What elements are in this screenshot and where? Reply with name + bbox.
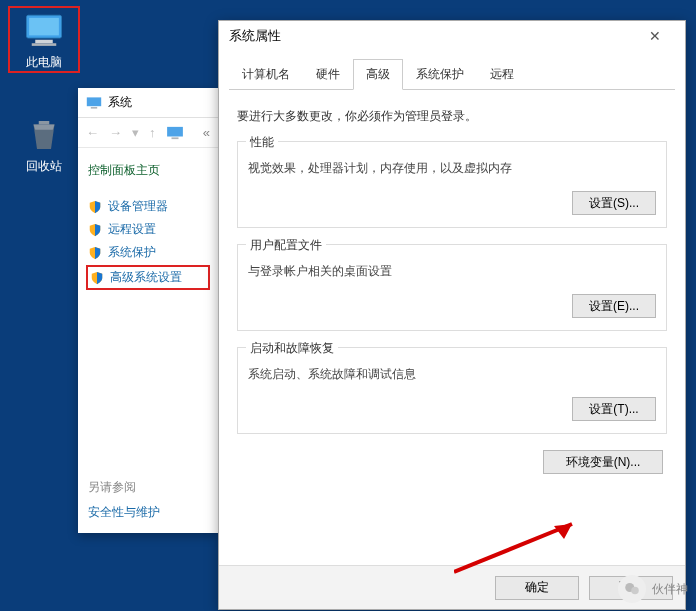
nav-forward-icon[interactable]: → — [109, 125, 122, 140]
system-properties-dialog: 系统属性 ✕ 计算机名 硬件 高级 系统保护 远程 要进行大多数更改，你必须作为… — [218, 20, 686, 610]
recycle-bin-desktop-icon[interactable]: 回收站 — [8, 112, 80, 175]
this-pc-desktop-icon[interactable]: 此电脑 — [8, 6, 80, 73]
system-window-navbar: ← → ▾ ↑ « — [78, 118, 218, 148]
svg-rect-8 — [171, 137, 178, 139]
computer-icon — [166, 126, 184, 140]
system-window-titlebar[interactable]: 系统 — [78, 88, 218, 118]
nav-up-icon[interactable]: ↑ — [149, 125, 156, 140]
shield-icon — [88, 200, 102, 214]
security-maintenance-link[interactable]: 安全性与维护 — [88, 504, 160, 521]
system-control-panel-window: 系统 ← → ▾ ↑ « 控制面板主页 设备管理器 远程设置 系统保护 高级系统… — [78, 88, 218, 533]
wechat-icon — [618, 575, 646, 603]
remote-settings-link[interactable]: 远程设置 — [88, 218, 208, 241]
this-pc-label: 此电脑 — [10, 54, 78, 71]
computer-icon — [23, 12, 65, 50]
user-profiles-legend: 用户配置文件 — [246, 237, 326, 254]
startup-recovery-desc: 系统启动、系统故障和调试信息 — [248, 366, 656, 383]
performance-group: 性能 视觉效果，处理器计划，内存使用，以及虚拟内存 设置(S)... — [237, 141, 667, 228]
tab-system-protection[interactable]: 系统保护 — [403, 59, 477, 89]
watermark: 伙伴神 — [618, 575, 688, 603]
svg-point-12 — [631, 587, 639, 595]
recycle-bin-icon — [23, 116, 65, 154]
svg-rect-6 — [91, 107, 97, 109]
dialog-titlebar[interactable]: 系统属性 ✕ — [219, 21, 685, 51]
control-panel-home-heading[interactable]: 控制面板主页 — [88, 162, 208, 179]
performance-legend: 性能 — [246, 134, 278, 151]
system-window-footer: 另请参阅 安全性与维护 — [88, 479, 160, 521]
system-window-body: 控制面板主页 设备管理器 远程设置 系统保护 高级系统设置 — [78, 148, 218, 305]
admin-note: 要进行大多数更改，你必须作为管理员登录。 — [237, 108, 667, 125]
svg-rect-3 — [32, 43, 57, 46]
nav-recent-icon[interactable]: ▾ — [132, 125, 139, 140]
performance-settings-button[interactable]: 设置(S)... — [572, 191, 656, 215]
svg-rect-1 — [29, 18, 59, 36]
recycle-bin-label: 回收站 — [8, 158, 80, 175]
svg-rect-7 — [167, 126, 183, 136]
svg-rect-2 — [35, 40, 53, 44]
shield-icon — [88, 223, 102, 237]
tab-advanced[interactable]: 高级 — [353, 59, 403, 90]
close-icon[interactable]: ✕ — [635, 28, 675, 44]
dialog-title: 系统属性 — [229, 27, 281, 45]
environment-variables-button[interactable]: 环境变量(N)... — [543, 450, 663, 474]
dialog-content: 要进行大多数更改，你必须作为管理员登录。 性能 视觉效果，处理器计划，内存使用，… — [219, 90, 685, 498]
dialog-tabs: 计算机名 硬件 高级 系统保护 远程 — [229, 59, 675, 90]
user-profiles-settings-button[interactable]: 设置(E)... — [572, 294, 656, 318]
startup-recovery-legend: 启动和故障恢复 — [246, 340, 338, 357]
nav-chevrons[interactable]: « — [203, 125, 210, 140]
ok-button[interactable]: 确定 — [495, 576, 579, 600]
device-manager-link[interactable]: 设备管理器 — [88, 195, 208, 218]
performance-desc: 视觉效果，处理器计划，内存使用，以及虚拟内存 — [248, 160, 656, 177]
advanced-system-settings-link[interactable]: 高级系统设置 — [86, 265, 210, 290]
tab-computer-name[interactable]: 计算机名 — [229, 59, 303, 89]
system-protection-link[interactable]: 系统保护 — [88, 241, 208, 264]
startup-recovery-group: 启动和故障恢复 系统启动、系统故障和调试信息 设置(T)... — [237, 347, 667, 434]
nav-back-icon[interactable]: ← — [86, 125, 99, 140]
startup-recovery-settings-button[interactable]: 设置(T)... — [572, 397, 656, 421]
see-also-label: 另请参阅 — [88, 479, 160, 496]
svg-rect-4 — [39, 121, 50, 125]
shield-icon — [90, 271, 104, 285]
svg-rect-5 — [87, 97, 101, 106]
computer-icon — [86, 96, 102, 110]
dialog-footer: 确定 取消 — [219, 565, 685, 609]
tab-remote[interactable]: 远程 — [477, 59, 527, 89]
shield-icon — [88, 246, 102, 260]
user-profiles-group: 用户配置文件 与登录帐户相关的桌面设置 设置(E)... — [237, 244, 667, 331]
system-window-title: 系统 — [108, 94, 132, 111]
watermark-text: 伙伴神 — [652, 581, 688, 598]
tab-hardware[interactable]: 硬件 — [303, 59, 353, 89]
user-profiles-desc: 与登录帐户相关的桌面设置 — [248, 263, 656, 280]
